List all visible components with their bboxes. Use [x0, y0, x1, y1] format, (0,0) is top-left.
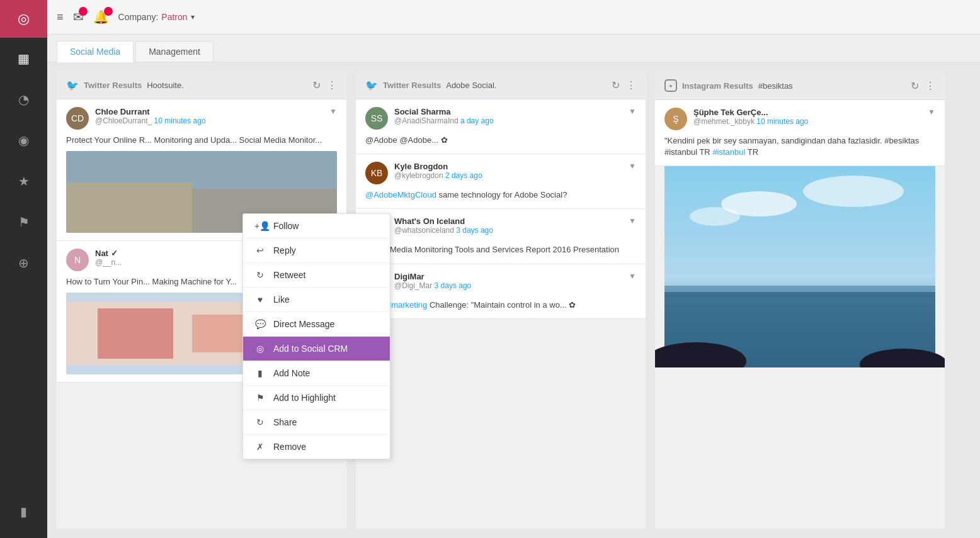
menu-label-add-note: Add Note [273, 368, 310, 378]
twitter-icon: 🐦 [365, 79, 378, 91]
tweet-expand-icon[interactable]: ▼ [629, 162, 636, 171]
refresh-icon[interactable]: ↻ [911, 80, 919, 92]
tweet-card: SS Social Sharma @AnadiSharmaInd a day a… [356, 99, 646, 154]
tweet-expand-icon[interactable]: ▼ [629, 216, 636, 225]
tweet-expand-icon[interactable]: ▼ [629, 272, 636, 281]
like-icon: ♥ [254, 294, 266, 305]
menu-label-add-to-highlight: Add to Highlight [273, 393, 336, 403]
tweet-name: DigiMar [394, 272, 622, 281]
refresh-icon[interactable]: ↻ [612, 79, 620, 91]
sidebar-item-eye[interactable]: ◉ [0, 120, 47, 160]
more-icon[interactable]: ⋮ [626, 79, 636, 91]
menu-item-reply[interactable]: ↩ Reply [243, 238, 390, 263]
menu-item-add-to-highlight[interactable]: ⚑ Add to Highlight [243, 386, 390, 410]
flag-icon: ⚑ [18, 215, 30, 230]
col-actions-3: ↻ ⋮ [911, 80, 935, 92]
bell-button[interactable]: 🔔 [93, 9, 109, 25]
tab-management[interactable]: Management [135, 41, 214, 62]
sidebar-item-chart[interactable]: ▮ [0, 491, 47, 532]
tweet-header: CD Chloe Durrant @ChloeDurrant_ 10 minut… [66, 107, 337, 130]
chevron-down-icon: ▾ [191, 13, 195, 21]
tweet-body: @Adobe @Adobe... ✿ [365, 135, 636, 146]
menu-label-retweet: Retweet [273, 270, 305, 280]
highlight-icon: ⚑ [254, 393, 266, 403]
menu-item-retweet[interactable]: ↻ Retweet [243, 263, 390, 288]
sidebar-logo[interactable]: ◎ [0, 0, 47, 38]
menu-item-follow[interactable]: +👤 Follow [243, 214, 390, 238]
tweet-name: Chloe Durrant [95, 107, 323, 116]
presentation-icon: ▦ [18, 51, 30, 66]
more-icon[interactable]: ⋮ [925, 80, 935, 92]
menu-item-share[interactable]: ↻ Share [243, 410, 390, 435]
col-title-2: Twitter Results [383, 81, 441, 90]
menu-item-direct-message[interactable]: 💬 Direct Message [243, 312, 390, 337]
col-title-1: Twitter Results [84, 81, 142, 90]
menu-item-add-note[interactable]: ▮ Add Note [243, 361, 390, 386]
crm-icon: ◎ [254, 344, 266, 354]
tweet-body: @AdobeMktgCloud same technology for Adob… [365, 189, 636, 201]
post-time: 10 minutes ago [756, 117, 808, 126]
col-source-2: Adobe Social. [446, 81, 496, 90]
tweet-expand-icon[interactable]: ▼ [329, 107, 337, 116]
tweet-header: SS Social Sharma @AnadiSharmaInd a day a… [365, 107, 636, 130]
company-name: Patron [161, 12, 187, 22]
tweet-name: What's On Iceland [394, 216, 622, 226]
tweet-text: Challenge: "Maintain control in a wo... … [430, 300, 576, 310]
menu-item-remove[interactable]: ✗ Remove [243, 435, 390, 459]
menu-item-like[interactable]: ♥ Like [243, 288, 390, 312]
tweet-handle: @AnadiSharmaInd a day ago [394, 116, 622, 125]
tweet-header: DM DigiMar @Digi_Mar 3 days ago ▼ [365, 272, 636, 294]
avatar: CD [66, 107, 89, 130]
star-icon: ★ [18, 174, 30, 189]
tweet-header: KB Kyle Brogdon @kylebrogdon 2 days ago … [365, 162, 636, 184]
menu-label-add-to-crm: Add to Social CRM [273, 344, 348, 354]
company-selector[interactable]: Company: Patron ▾ [118, 12, 195, 22]
tweet-meta: Kyle Brogdon @kylebrogdon 2 days ago [394, 162, 622, 180]
eye-icon: ◉ [18, 133, 29, 148]
svg-point-13 [690, 207, 740, 226]
column-instagram: ● Instagram Results #besiktas ↻ ⋮ Ş Şüph… [655, 72, 945, 529]
chart-icon: ▮ [20, 504, 27, 519]
post-handle: @mehmet._kbbyk 10 minutes ago [693, 117, 921, 126]
main-content: ≡ ✉ 🔔 Company: Patron ▾ Social Media Man… [47, 0, 980, 538]
tab-social-media[interactable]: Social Media [57, 41, 134, 62]
tweet-time: a day ago [460, 116, 494, 125]
tweet-meta: Social Sharma @AnadiSharmaInd a day ago [394, 107, 622, 125]
column-body-3: Ş Şüphe Tek GerÇe... @mehmet._kbbyk 10 m… [655, 100, 945, 529]
column-header-3: ● Instagram Results #besiktas ↻ ⋮ [655, 72, 945, 100]
sidebar-item-clock[interactable]: ◔ [0, 79, 47, 120]
message-icon: 💬 [254, 319, 266, 329]
tweet-header: WI What's On Iceland @whatsoniceland 3 d… [365, 216, 636, 239]
svg-rect-8 [664, 286, 935, 298]
avatar: N [66, 249, 89, 271]
more-icon[interactable]: ⋮ [327, 79, 337, 91]
mail-button[interactable]: ✉ [73, 9, 84, 25]
menu-label-like: Like [273, 294, 290, 305]
column-header-2: 🐦 Twitter Results Adobe Social. ↻ ⋮ [356, 72, 646, 99]
instagram-icon: ● [664, 79, 677, 92]
follow-icon: +👤 [254, 221, 266, 231]
bell-badge [104, 7, 113, 16]
tweet-handle: @ChloeDurrant_ 10 minutes ago [95, 116, 323, 125]
sidebar-item-flag[interactable]: ⚑ [0, 201, 47, 242]
menu-button[interactable]: ≡ [57, 11, 64, 24]
tweet-body: Social Media Monitoring Tools and Servic… [365, 244, 636, 255]
col-actions-2: ↻ ⋮ [612, 79, 636, 91]
post-suffix: TR [748, 147, 758, 157]
tweet-card: WI What's On Iceland @whatsoniceland 3 d… [356, 209, 646, 264]
menu-item-add-to-crm[interactable]: ◎ Add to Social CRM [243, 337, 390, 361]
sidebar-item-presentation[interactable]: ▦ [0, 38, 47, 79]
post-name: Şüphe Tek GerÇe... [693, 108, 921, 117]
refresh-icon[interactable]: ↻ [312, 79, 321, 91]
post-expand-icon[interactable]: ▼ [928, 108, 935, 116]
tweet-expand-icon[interactable]: ▼ [629, 107, 636, 116]
sidebar-item-broadcast[interactable]: ⊕ [0, 242, 47, 283]
sidebar-item-star[interactable]: ★ [0, 160, 47, 201]
note-icon: ▮ [254, 368, 266, 378]
tabs-bar: Social Media Management [47, 35, 980, 62]
tweet-time: 3 days ago [435, 281, 472, 290]
tweet-text: same technology for Adobe Social? [439, 190, 567, 199]
tweet-body: #digitalmarketing Challenge: "Maintain c… [365, 300, 636, 311]
context-menu: +👤 Follow ↩ Reply ↻ Retweet ♥ Like 💬 Dir… [242, 213, 390, 459]
col-title-3: Instagram Results [682, 81, 753, 91]
